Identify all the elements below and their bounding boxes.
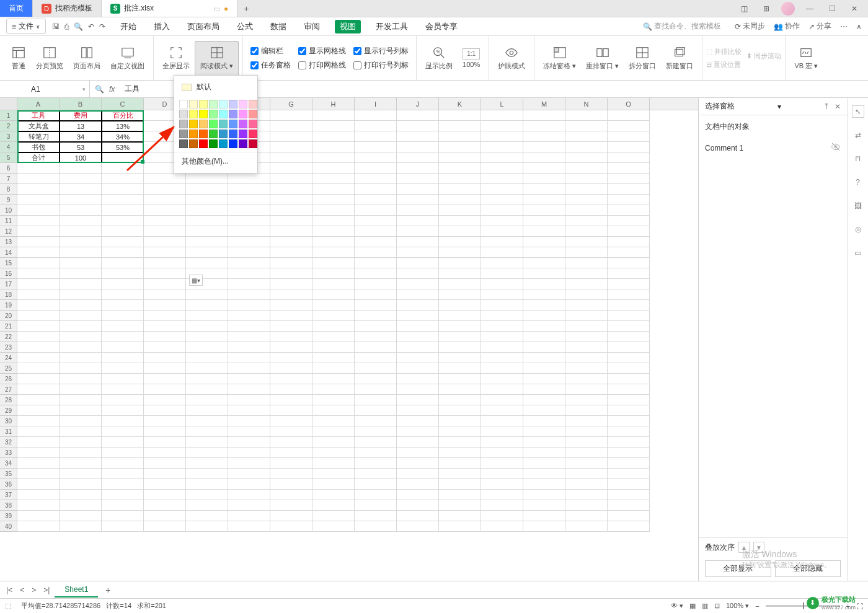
- color-swatch[interactable]: [209, 110, 218, 118]
- smart-tag[interactable]: ▦▾: [189, 275, 203, 286]
- cell[interactable]: [355, 131, 397, 142]
- cell[interactable]: [608, 300, 650, 311]
- eye-protect[interactable]: 护眼模式: [493, 41, 530, 76]
- cell[interactable]: [481, 226, 523, 237]
- cell[interactable]: [608, 405, 650, 416]
- cell[interactable]: [60, 311, 102, 321]
- add-sheet-button[interactable]: +: [100, 585, 115, 595]
- maximize-button[interactable]: ☐: [825, 1, 839, 16]
- view-custom[interactable]: 自定义视图: [105, 41, 149, 76]
- cell[interactable]: [565, 479, 608, 490]
- cell[interactable]: [439, 490, 481, 500]
- cell[interactable]: [228, 195, 270, 205]
- cell[interactable]: [608, 258, 650, 268]
- cell[interactable]: [60, 226, 102, 237]
- color-swatch[interactable]: [179, 139, 188, 148]
- preview-icon[interactable]: 🔍: [74, 22, 83, 31]
- tab-document[interactable]: S 批注.xlsx ▭ ●: [102, 0, 237, 17]
- color-swatch[interactable]: [229, 130, 237, 138]
- cell[interactable]: [481, 405, 523, 416]
- cell[interactable]: [270, 142, 312, 152]
- cell[interactable]: [397, 205, 439, 216]
- cell[interactable]: [397, 521, 439, 532]
- cell[interactable]: [102, 268, 144, 279]
- color-swatch[interactable]: [219, 139, 228, 148]
- menu-dev-tools[interactable]: 开发工具: [373, 20, 410, 33]
- cell[interactable]: [228, 184, 270, 195]
- cell[interactable]: [397, 469, 439, 479]
- cell[interactable]: [523, 289, 565, 300]
- cell[interactable]: [608, 321, 650, 332]
- cell[interactable]: [17, 342, 60, 353]
- pin-icon[interactable]: ⤒: [823, 102, 830, 111]
- cell[interactable]: [270, 353, 312, 363]
- cell[interactable]: [102, 300, 144, 311]
- menu-start[interactable]: 开始: [118, 20, 139, 33]
- cell[interactable]: [17, 268, 60, 279]
- select-all-corner[interactable]: [0, 98, 17, 110]
- cell[interactable]: [312, 110, 355, 121]
- cell[interactable]: [144, 184, 186, 195]
- cell[interactable]: [608, 152, 650, 163]
- cell[interactable]: [17, 205, 60, 216]
- cell[interactable]: [481, 437, 523, 448]
- menu-view[interactable]: 视图: [335, 20, 361, 33]
- collapse-ribbon[interactable]: ∧: [856, 22, 862, 31]
- cell[interactable]: [270, 521, 312, 532]
- tab-add-button[interactable]: +: [237, 0, 255, 17]
- color-swatch[interactable]: [249, 120, 257, 128]
- cell[interactable]: [523, 500, 565, 511]
- row-header[interactable]: 9: [0, 195, 17, 205]
- cell[interactable]: [397, 163, 439, 174]
- cell[interactable]: [17, 458, 60, 469]
- cell[interactable]: [17, 511, 60, 521]
- row-header[interactable]: 2: [0, 121, 17, 131]
- cell[interactable]: [186, 258, 228, 268]
- cell[interactable]: [228, 311, 270, 321]
- cell[interactable]: [186, 469, 228, 479]
- row-header[interactable]: 12: [0, 226, 17, 237]
- cell[interactable]: [312, 384, 355, 395]
- arrange-windows[interactable]: 重排窗口 ▾: [581, 41, 624, 76]
- cell[interactable]: [17, 426, 60, 437]
- cell[interactable]: 文具盒: [17, 121, 60, 131]
- cell[interactable]: [565, 500, 608, 511]
- cell[interactable]: [17, 500, 60, 511]
- hide-all-button[interactable]: 全部隐藏: [775, 560, 841, 577]
- cell[interactable]: [397, 374, 439, 384]
- cell[interactable]: [17, 226, 60, 237]
- cell[interactable]: [228, 448, 270, 458]
- cell[interactable]: [439, 332, 481, 342]
- cell[interactable]: [481, 469, 523, 479]
- cell[interactable]: [144, 405, 186, 416]
- cell[interactable]: [355, 384, 397, 395]
- cell[interactable]: [17, 311, 60, 321]
- cell[interactable]: [355, 195, 397, 205]
- cell[interactable]: [312, 469, 355, 479]
- cell[interactable]: [565, 110, 608, 121]
- cell[interactable]: [565, 469, 608, 479]
- row-header[interactable]: 15: [0, 258, 17, 268]
- cell[interactable]: [17, 184, 60, 195]
- cell[interactable]: [17, 490, 60, 500]
- cell[interactable]: [523, 437, 565, 448]
- row-header[interactable]: 3: [0, 131, 17, 142]
- cell[interactable]: [565, 205, 608, 216]
- cell[interactable]: [228, 479, 270, 490]
- cell[interactable]: [439, 279, 481, 289]
- view-mode-3[interactable]: ▥: [702, 602, 708, 610]
- cell[interactable]: [397, 479, 439, 490]
- cell[interactable]: [312, 237, 355, 247]
- cell[interactable]: [270, 163, 312, 174]
- color-swatch[interactable]: [229, 139, 237, 148]
- settings-icon[interactable]: ⇄: [852, 129, 864, 141]
- row-header[interactable]: 29: [0, 405, 17, 416]
- cell[interactable]: [102, 152, 144, 163]
- cell[interactable]: [523, 353, 565, 363]
- cell[interactable]: [397, 500, 439, 511]
- cell[interactable]: [481, 163, 523, 174]
- cell[interactable]: [397, 152, 439, 163]
- row-header[interactable]: 4: [0, 142, 17, 152]
- cell[interactable]: [481, 342, 523, 353]
- cell[interactable]: [17, 163, 60, 174]
